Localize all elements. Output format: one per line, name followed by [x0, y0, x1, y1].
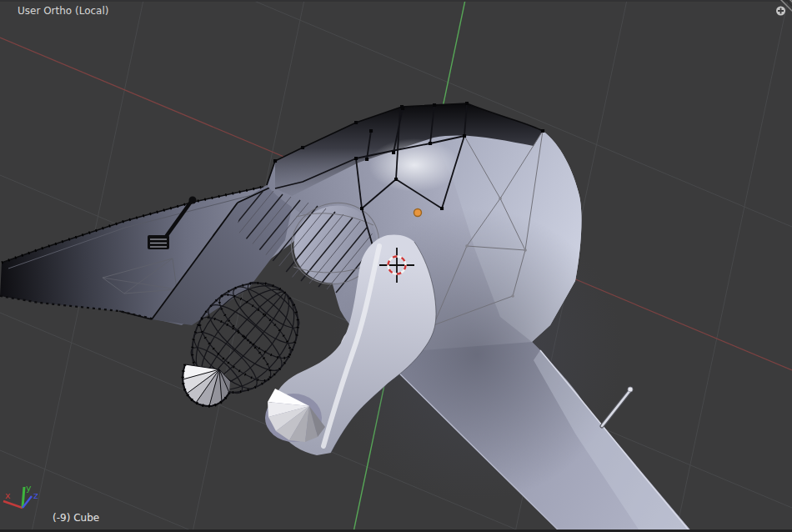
- gizmo-z-label: z: [33, 490, 38, 501]
- fuselage-and-right-wing: [267, 103, 692, 532]
- aircraft-model[interactable]: [0, 103, 692, 532]
- add-view-button[interactable]: [776, 7, 785, 16]
- gizmo-y-label: y: [26, 483, 32, 494]
- viewport-3d[interactable]: User Ortho (Local) (-9) Cube x y z: [0, 0, 792, 532]
- viewport-top-border: [0, 0, 792, 2]
- gizmo-x-label: x: [5, 490, 11, 501]
- mini-axis-gizmo: x y z: [3, 483, 38, 508]
- view-mode-label: User Ortho (Local): [18, 5, 108, 17]
- object-origin-dot[interactable]: [414, 209, 422, 217]
- active-object-label: (-9) Cube: [53, 512, 99, 524]
